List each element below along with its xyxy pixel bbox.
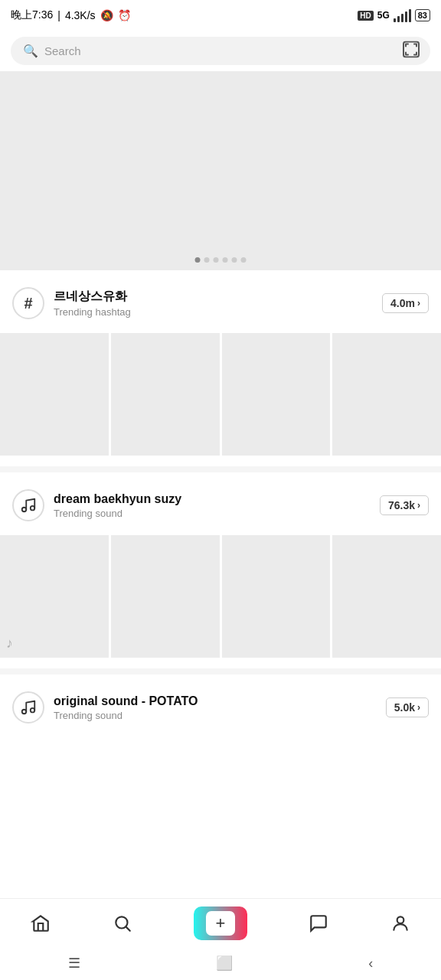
carousel-dot-0 [195, 257, 201, 263]
signal-bars [394, 9, 411, 22]
hashtag-thumb-row [0, 325, 441, 466]
sound2-title: original sound - POTATO [54, 694, 198, 708]
battery-indicator: 83 [415, 9, 430, 21]
status-right: HD 5G 83 [358, 9, 430, 22]
sound1-subtitle: Trending sound [54, 508, 181, 519]
sound1-count[interactable]: 76.3k › [380, 495, 429, 515]
section-sound1: dream baekhyun suzy Trending sound 76.3k… [0, 472, 441, 668]
section-header-sound1[interactable]: dream baekhyun suzy Trending sound 76.3k… [0, 483, 441, 528]
divider: | [57, 9, 60, 21]
mute-icon: 🔕 [100, 9, 113, 21]
home-icon [31, 913, 51, 933]
search-nav-icon [113, 913, 132, 933]
android-back-icon[interactable]: ‹ [368, 956, 373, 972]
section-header-hashtag[interactable]: # 르네상스유화 Trending hashtag 4.0m › [0, 281, 441, 325]
section-sound2: original sound - POTATO Trending sound 5… [0, 675, 441, 730]
search-placeholder: Search [44, 44, 81, 57]
section-divider [0, 668, 441, 675]
hashtag-title: 르네상스유화 [54, 289, 131, 305]
profile-icon [390, 913, 410, 933]
music-note-icon-2 [12, 691, 44, 724]
music-note-icon [12, 489, 44, 521]
thumb-cell[interactable] [111, 535, 220, 658]
thumb-cell[interactable] [0, 333, 109, 456]
section-divider [0, 466, 441, 472]
chevron-right-icon: › [417, 500, 420, 511]
android-home-icon[interactable]: ⬜ [216, 955, 233, 972]
chevron-right-icon: › [417, 702, 420, 713]
carousel-dot-5 [241, 257, 247, 263]
carousel-dot-2 [214, 257, 219, 263]
nav-add[interactable]: + [194, 906, 247, 940]
add-button[interactable]: + [194, 906, 247, 940]
status-bar: 晚上7:36 | 4.3K/s 🔕 ⏰ HD 5G 83 [0, 0, 441, 31]
search-bar[interactable]: 🔍 Search [11, 37, 430, 65]
banner-carousel[interactable] [0, 71, 441, 270]
svg-point-1 [22, 508, 27, 512]
sound1-title: dream baekhyun suzy [54, 492, 181, 506]
svg-point-6 [397, 916, 403, 923]
sound1-thumb-row [0, 528, 441, 668]
section-header-sound2[interactable]: original sound - POTATO Trending sound 5… [0, 685, 441, 730]
thumb-cell[interactable] [332, 535, 441, 658]
section-header-left: # 르네상스유화 Trending hashtag [12, 287, 131, 319]
thumb-cell[interactable] [0, 535, 109, 658]
carousel-dot-3 [223, 257, 228, 263]
search-bar-container: 🔍 Search [0, 31, 441, 71]
signal-type: 5G [377, 10, 390, 21]
svg-point-3 [22, 710, 27, 714]
inbox-icon [309, 913, 328, 933]
thumb-cell[interactable] [222, 535, 331, 658]
android-menu-icon[interactable]: ☰ [68, 955, 80, 972]
hd-badge: HD [358, 11, 373, 21]
nav-profile[interactable] [390, 913, 410, 933]
time: 晚上7:36 [11, 8, 53, 22]
svg-point-4 [31, 708, 35, 713]
search-icon: 🔍 [23, 44, 38, 58]
nav-inbox[interactable] [309, 913, 328, 933]
network-speed: 4.3K/s [65, 9, 96, 21]
section-header-left: original sound - POTATO Trending sound [12, 691, 198, 724]
sound2-count[interactable]: 5.0k › [386, 697, 429, 717]
svg-point-2 [31, 506, 35, 511]
thumb-cell[interactable] [222, 333, 331, 456]
bottom-nav: + [0, 898, 441, 946]
nav-search[interactable] [113, 913, 132, 933]
thumb-cell[interactable] [332, 333, 441, 456]
sound2-subtitle: Trending sound [54, 710, 198, 721]
hashtag-icon: # [12, 287, 44, 319]
hashtag-subtitle: Trending hashtag [54, 306, 131, 318]
plus-icon: + [206, 911, 235, 936]
chevron-right-icon: › [417, 298, 420, 309]
section-hashtag: # 르네상스유화 Trending hashtag 4.0m › [0, 270, 441, 466]
carousel-dots [195, 257, 247, 263]
carousel-dot-4 [232, 257, 237, 263]
expand-icon[interactable] [403, 41, 420, 61]
carousel-dot-1 [204, 257, 210, 263]
nav-home[interactable] [31, 913, 51, 933]
android-nav: ☰ ⬜ ‹ [0, 946, 441, 980]
status-left: 晚上7:36 | 4.3K/s 🔕 ⏰ [11, 8, 131, 22]
hashtag-count[interactable]: 4.0m › [382, 293, 429, 313]
thumb-cell[interactable] [111, 333, 220, 456]
section-header-left: dream baekhyun suzy Trending sound [12, 489, 181, 521]
alarm-icon: ⏰ [118, 9, 131, 21]
